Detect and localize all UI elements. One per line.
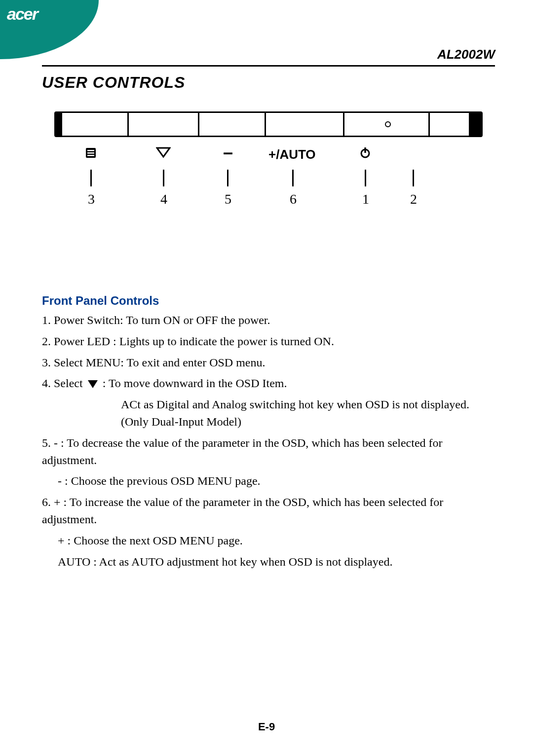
monitor-bezel — [54, 111, 483, 137]
down-triangle-icon — [156, 147, 171, 162]
item-4-line-2: ACt as Digital and Analog switching hot … — [42, 396, 495, 431]
callout-1: 1 — [362, 191, 369, 207]
model-label: AL2002W — [42, 47, 495, 62]
menu-icon — [85, 147, 97, 162]
subheading: Front Panel Controls — [42, 294, 495, 308]
plus-auto-button-label: +/AUTO — [268, 147, 316, 162]
power-led-icon — [385, 121, 391, 127]
item-3: 3. Select MENU: To exit and enter OSD me… — [42, 354, 495, 371]
item-5-line-2: - : Choose the previous OSD MENU page. — [42, 472, 495, 490]
svg-rect-1 — [87, 150, 94, 151]
page-number: E-9 — [0, 720, 533, 733]
callout-6: 6 — [290, 191, 297, 207]
callout-5: 5 — [225, 191, 231, 207]
item-4-prefix: 4. Select — [42, 377, 86, 390]
item-4-line-1: 4. Select : To move downward in the OSD … — [42, 375, 495, 392]
item-6-line-2: + : Choose the next OSD MENU page. — [42, 532, 495, 549]
front-panel-diagram: – +/AUTO 3 4 5 6 1 2 — [54, 111, 483, 259]
power-icon — [359, 147, 371, 162]
item-5-line-1: 5. - : To decrease the value of the para… — [42, 434, 495, 469]
item-6-line-3: AUTO : Act as AUTO adjustment hot key wh… — [42, 553, 495, 571]
callout-3: 3 — [88, 191, 95, 207]
callout-2: 2 — [410, 191, 417, 207]
item-6-line-1: 6. + : To increase the value of the para… — [42, 494, 495, 528]
svg-rect-2 — [87, 152, 94, 154]
page-title: USER CONTROLS — [42, 73, 495, 92]
svg-marker-4 — [157, 148, 170, 157]
item-4-suffix: : To move downward in the OSD Item. — [100, 377, 287, 390]
svg-rect-3 — [87, 155, 94, 156]
svg-rect-6 — [364, 147, 366, 153]
item-1: 1. Power Switch: To turn ON or OFF the p… — [42, 312, 495, 329]
down-triangle-inline-icon — [88, 380, 98, 388]
brand-logo-text: acer — [7, 5, 39, 23]
title-rule — [42, 65, 495, 67]
minus-button-label: – — [223, 147, 233, 158]
item-2: 2. Power LED : Lights up to indicate the… — [42, 333, 495, 350]
callout-4: 4 — [160, 191, 167, 207]
